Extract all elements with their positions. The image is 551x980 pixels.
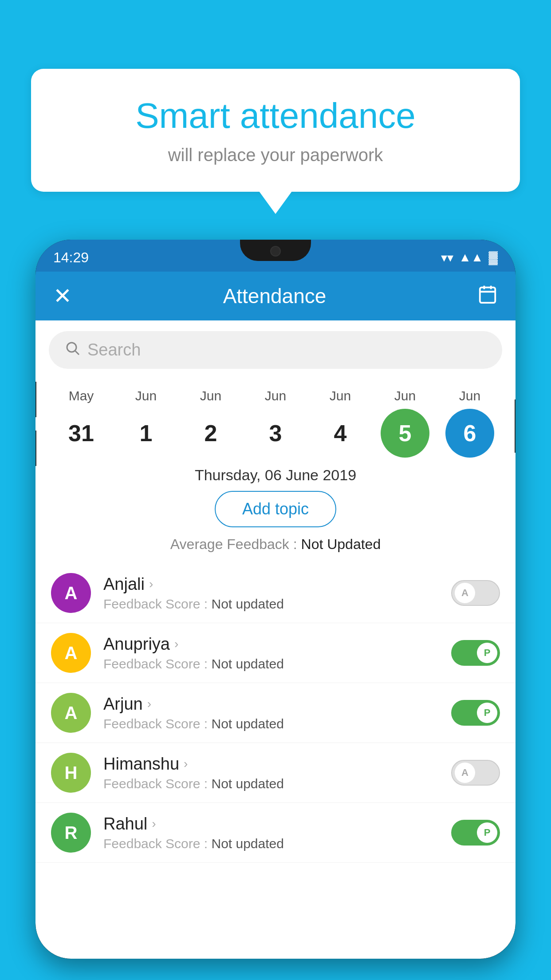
student-list-item[interactable]: H Himanshu › Feedback Score : Not update…: [35, 743, 516, 803]
student-info-2: Arjun › Feedback Score : Not updated: [103, 695, 439, 731]
student-list: A Anjali › Feedback Score : Not updated …: [35, 563, 516, 863]
student-avatar-2: A: [51, 693, 91, 733]
close-button[interactable]: ✕: [53, 283, 72, 309]
attendance-toggle-1[interactable]: P: [451, 640, 500, 666]
power-button: [515, 399, 516, 453]
student-feedback-0: Feedback Score : Not updated: [103, 597, 439, 612]
cal-date-4: 4: [316, 409, 365, 458]
calendar-icon[interactable]: [477, 284, 498, 308]
student-feedback-4: Feedback Score : Not updated: [103, 836, 439, 851]
toggle-knob-2: P: [477, 703, 497, 723]
toggle-knob-0: A: [455, 583, 475, 603]
cal-month-1: Jun: [135, 388, 157, 403]
status-time: 14:29: [53, 249, 89, 266]
phone-frame: 14:29 ▾▾ ▲▲ ▓ ✕ Attendance: [35, 240, 516, 959]
search-bar[interactable]: Search: [49, 331, 502, 369]
chevron-icon: ›: [147, 697, 151, 711]
svg-rect-0: [480, 287, 496, 303]
student-list-item[interactable]: A Anjali › Feedback Score : Not updated …: [35, 563, 516, 623]
cal-date-5: 5: [381, 409, 429, 458]
student-name-2: Arjun ›: [103, 695, 439, 714]
wifi-icon: ▾▾: [441, 250, 453, 265]
student-feedback-1: Feedback Score : Not updated: [103, 656, 439, 672]
student-feedback-2: Feedback Score : Not updated: [103, 716, 439, 731]
status-icons: ▾▾ ▲▲ ▓: [441, 250, 498, 265]
phone-content: Search May 31 Jun 1 Jun 2 Jun 3 Jun 4 Ju…: [35, 320, 516, 959]
speech-bubble: Smart attendance will replace your paper…: [31, 69, 520, 192]
cal-date-6: 6: [445, 409, 494, 458]
battery-icon: ▓: [489, 250, 498, 265]
calendar-day-2[interactable]: Jun 2: [180, 388, 242, 458]
student-list-item[interactable]: A Anupriya › Feedback Score : Not update…: [35, 623, 516, 683]
student-avatar-3: H: [51, 753, 91, 793]
student-info-4: Rahul › Feedback Score : Not updated: [103, 814, 439, 851]
search-icon: [64, 340, 80, 360]
attendance-toggle-0[interactable]: A: [451, 580, 500, 606]
calendar-day-3[interactable]: Jun 3: [244, 388, 307, 458]
attendance-toggle-3[interactable]: A: [451, 760, 500, 786]
student-info-1: Anupriya › Feedback Score : Not updated: [103, 635, 439, 672]
student-name-4: Rahul ›: [103, 814, 439, 834]
student-name-3: Himanshu ›: [103, 755, 439, 774]
chevron-icon: ›: [184, 757, 188, 771]
calendar-day-1[interactable]: Jun 1: [115, 388, 177, 458]
student-list-item[interactable]: R Rahul › Feedback Score : Not updated P: [35, 803, 516, 863]
cal-month-4: Jun: [330, 388, 351, 403]
calendar-day-5[interactable]: Jun 5: [374, 388, 436, 458]
svg-line-5: [75, 351, 79, 355]
calendar-day-6[interactable]: Jun 6: [439, 388, 501, 458]
calendar-strip: May 31 Jun 1 Jun 2 Jun 3 Jun 4 Jun 5 Jun…: [35, 379, 516, 458]
cal-date-2: 2: [186, 409, 235, 458]
calendar-day-4[interactable]: Jun 4: [309, 388, 371, 458]
selected-date-label: Thursday, 06 June 2019: [35, 466, 516, 484]
signal-icon: ▲▲: [459, 250, 483, 265]
app-toolbar: ✕ Attendance: [35, 272, 516, 320]
screen-title: Attendance: [223, 284, 327, 308]
student-info-3: Himanshu › Feedback Score : Not updated: [103, 755, 439, 791]
add-topic-button[interactable]: Add topic: [215, 491, 336, 527]
bubble-subtitle: will replace your paperwork: [67, 145, 484, 165]
volume-down-button: [35, 431, 36, 466]
student-avatar-1: A: [51, 633, 91, 673]
chevron-icon: ›: [152, 817, 156, 831]
cal-month-3: Jun: [265, 388, 286, 403]
cal-month-2: Jun: [200, 388, 221, 403]
cal-date-1: 1: [122, 409, 170, 458]
student-avatar-4: R: [51, 813, 91, 853]
phone-container: 14:29 ▾▾ ▲▲ ▓ ✕ Attendance: [35, 240, 516, 980]
student-avatar-0: A: [51, 573, 91, 613]
volume-up-button: [35, 382, 36, 417]
toggle-knob-1: P: [477, 643, 497, 663]
cal-date-3: 3: [251, 409, 300, 458]
calendar-day-0[interactable]: May 31: [50, 388, 112, 458]
student-name-0: Anjali ›: [103, 575, 439, 594]
attendance-toggle-2[interactable]: P: [451, 700, 500, 726]
toggle-knob-3: A: [455, 763, 475, 783]
attendance-toggle-4[interactable]: P: [451, 820, 500, 846]
student-feedback-3: Feedback Score : Not updated: [103, 776, 439, 791]
student-name-1: Anupriya ›: [103, 635, 439, 654]
student-list-item[interactable]: A Arjun › Feedback Score : Not updated P: [35, 683, 516, 743]
search-placeholder: Search: [87, 340, 141, 360]
chevron-icon: ›: [174, 637, 178, 651]
student-info-0: Anjali › Feedback Score : Not updated: [103, 575, 439, 612]
cal-month-6: Jun: [459, 388, 480, 403]
chevron-icon: ›: [149, 577, 153, 591]
phone-notch: [240, 240, 311, 261]
cal-month-0: May: [69, 388, 94, 403]
speech-bubble-container: Smart attendance will replace your paper…: [31, 69, 520, 192]
cal-month-5: Jun: [394, 388, 416, 403]
svg-point-4: [67, 343, 76, 352]
bubble-title: Smart attendance: [67, 95, 484, 136]
front-camera: [270, 246, 281, 257]
average-feedback: Average Feedback : Not Updated: [35, 536, 516, 553]
cal-date-0: 31: [57, 409, 106, 458]
toggle-knob-4: P: [477, 822, 497, 843]
